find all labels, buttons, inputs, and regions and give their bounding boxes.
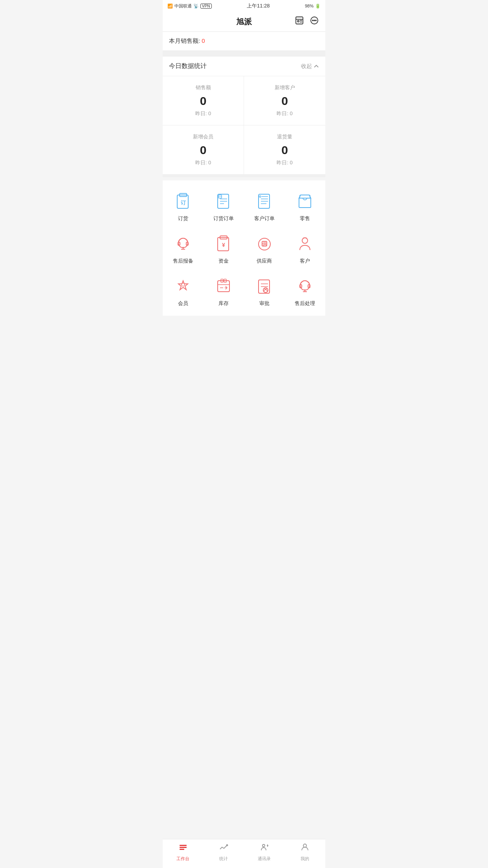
stats-cell-returns-yesterday: 昨日: 0 [250, 159, 319, 166]
svg-point-8 [316, 20, 316, 21]
workbench-label: 工作台 [176, 856, 189, 862]
menu-label-finance: 资金 [218, 257, 229, 265]
svg-rect-57 [180, 847, 187, 848]
menu-item-member[interactable]: 会员 [163, 269, 204, 312]
stats-title: 今日数据统计 [169, 62, 207, 70]
menu-label-supplier: 供应商 [257, 257, 272, 265]
stats-cell-sales-yesterday: 昨日: 0 [169, 110, 237, 117]
after-process-icon [295, 276, 315, 297]
menu-item-after-sale[interactable]: 售后报备 [163, 227, 204, 269]
menu-section: 订 订货 订货订单 [163, 180, 325, 316]
stats-cell-new-members-label: 新增会员 [169, 133, 237, 140]
member-icon [173, 276, 193, 297]
menu-item-customer[interactable]: 客户 [285, 227, 326, 269]
stats-header: 今日数据统计 收起 [163, 57, 325, 76]
menu-item-supplier[interactable]: 供 供应商 [244, 227, 285, 269]
menu-label-order: 订货 [178, 215, 188, 222]
stats-cell-new-customers-yesterday: 昨日: 0 [250, 110, 319, 117]
menu-item-order[interactable]: 订 订货 [163, 184, 204, 227]
menu-item-finance[interactable]: ¥ 资金 [204, 227, 244, 269]
menu-label-approval: 审批 [259, 300, 270, 307]
menu-label-member: 会员 [178, 300, 188, 307]
app-title: 旭派 [236, 17, 252, 27]
divider-2 [163, 174, 325, 177]
status-left: 📶 中国联通 📡 VPN [167, 3, 212, 9]
stats-grid: 销售额 0 昨日: 0 新增客户 0 昨日: 0 新增会员 0 昨日: 0 退货… [163, 76, 325, 174]
menu-label-order-list: 订货订单 [213, 215, 234, 222]
header: 旭派 [163, 12, 325, 32]
workbench-icon [178, 842, 188, 854]
vpn-badge: VPN [200, 4, 212, 9]
svg-rect-58 [180, 849, 184, 850]
stats-cell-sales-label: 销售额 [169, 84, 237, 91]
finance-icon: ¥ [213, 234, 234, 254]
bottom-navigation: 工作台 统计 通讯录 我的 [163, 839, 325, 868]
svg-point-6 [312, 20, 313, 21]
svg-text:订: 订 [180, 200, 186, 206]
menu-item-customer-order[interactable]: 客户订单 [244, 184, 285, 227]
menu-item-after-process[interactable]: 售后处理 [285, 269, 326, 312]
stats-cell-new-members-value: 0 [169, 143, 237, 157]
svg-point-7 [314, 20, 315, 21]
today-stats-section: 今日数据统计 收起 销售额 0 昨日: 0 新增客户 0 昨日: 0 新增会员 [163, 57, 325, 174]
stats-cell-new-members: 新增会员 0 昨日: 0 [163, 125, 244, 174]
wifi-icon: 📡 [193, 4, 199, 9]
inventory-icon [213, 276, 234, 297]
svg-text:供: 供 [262, 242, 267, 246]
contact-icon[interactable] [295, 16, 304, 28]
headset-icon [173, 234, 193, 254]
stats-nav-icon [219, 842, 228, 854]
stats-cell-new-customers-value: 0 [250, 94, 319, 108]
menu-row-2: 售后报备 ¥ 资金 供 [163, 227, 325, 269]
svg-point-38 [302, 238, 308, 243]
menu-label-inventory: 库存 [218, 300, 229, 307]
status-bar: 📶 中国联通 📡 VPN 上午11:28 98% 🔋 [163, 0, 325, 12]
mine-icon [300, 842, 310, 854]
contacts-icon [260, 842, 269, 854]
menu-item-inventory[interactable]: 库存 [204, 269, 244, 312]
customer-icon [295, 234, 315, 254]
menu-label-after-process: 售后处理 [295, 300, 315, 307]
monthly-sales-value: 0 [202, 37, 205, 44]
divider-1 [163, 53, 325, 57]
nav-item-workbench[interactable]: 工作台 [163, 842, 204, 862]
stats-cell-new-customers: 新增客户 0 昨日: 0 [244, 76, 325, 125]
menu-row-1: 订 订货 订货订单 [163, 184, 325, 227]
svg-point-60 [262, 844, 265, 847]
retail-icon [295, 191, 315, 212]
header-actions [295, 16, 319, 28]
menu-item-retail[interactable]: 零售 [285, 184, 326, 227]
signal-icon: 📶 [167, 4, 173, 9]
battery-percent: 98% [305, 4, 314, 8]
customer-order-icon [254, 191, 275, 212]
svg-text:¥: ¥ [222, 242, 225, 248]
svg-rect-40 [218, 281, 229, 292]
nav-item-mine[interactable]: 我的 [285, 842, 326, 862]
status-time: 上午11:28 [247, 2, 270, 9]
menu-label-retail: 零售 [300, 215, 310, 222]
battery-icon: 🔋 [315, 4, 321, 9]
svg-rect-56 [180, 845, 187, 846]
menu-item-approval[interactable]: 审批 [244, 269, 285, 312]
stats-cell-returns-value: 0 [250, 143, 319, 157]
nav-item-stats[interactable]: 统计 [204, 842, 244, 862]
menu-item-order-list[interactable]: 订货订单 [204, 184, 244, 227]
chat-icon[interactable] [310, 16, 319, 28]
order-icon: 订 [173, 191, 193, 212]
stats-cell-returns-label: 退货量 [250, 133, 319, 140]
svg-point-39 [182, 283, 185, 286]
mine-label: 我的 [301, 856, 309, 862]
menu-label-customer-order: 客户订单 [254, 215, 275, 222]
stats-collapse-button[interactable]: 收起 [301, 63, 319, 70]
carrier-name: 中国联通 [174, 3, 192, 9]
order-list-icon [213, 191, 234, 212]
monthly-sales-label: 本月销售额: [169, 37, 200, 44]
supplier-icon: 供 [254, 234, 275, 254]
stats-cell-new-customers-label: 新增客户 [250, 84, 319, 91]
svg-point-2 [297, 20, 299, 22]
contacts-label: 通讯录 [258, 856, 271, 862]
svg-point-22 [259, 196, 261, 197]
svg-point-49 [263, 288, 268, 292]
stats-cell-returns: 退货量 0 昨日: 0 [244, 125, 325, 174]
nav-item-contacts[interactable]: 通讯录 [244, 842, 285, 862]
